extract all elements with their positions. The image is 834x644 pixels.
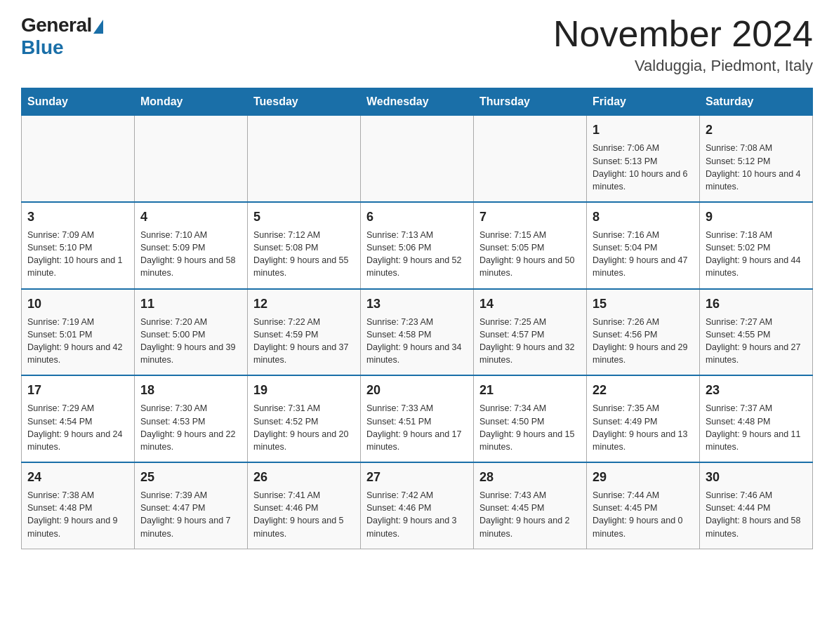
calendar-cell: 30Sunrise: 7:46 AM Sunset: 4:44 PM Dayli… (700, 462, 813, 549)
day-detail: Sunrise: 7:39 AM Sunset: 4:47 PM Dayligh… (140, 489, 241, 540)
weekday-header-sunday: Sunday (22, 88, 135, 116)
calendar-cell: 27Sunrise: 7:42 AM Sunset: 4:46 PM Dayli… (361, 462, 474, 549)
day-detail: Sunrise: 7:31 AM Sunset: 4:52 PM Dayligh… (253, 402, 355, 453)
day-number: 25 (140, 469, 241, 486)
day-number: 9 (706, 208, 807, 226)
weekday-header-thursday: Thursday (474, 88, 587, 116)
day-number: 2 (706, 121, 807, 139)
calendar-week-row: 10Sunrise: 7:19 AM Sunset: 5:01 PM Dayli… (22, 289, 813, 376)
day-detail: Sunrise: 7:20 AM Sunset: 5:00 PM Dayligh… (140, 316, 241, 367)
day-detail: Sunrise: 7:35 AM Sunset: 4:49 PM Dayligh… (593, 402, 694, 453)
day-number: 11 (140, 295, 241, 313)
calendar-week-row: 3Sunrise: 7:09 AM Sunset: 5:10 PM Daylig… (22, 202, 813, 289)
day-detail: Sunrise: 7:30 AM Sunset: 4:53 PM Dayligh… (140, 402, 241, 453)
day-number: 28 (479, 469, 581, 486)
page-header: General Blue November 2024 Valduggia, Pi… (21, 14, 813, 75)
day-detail: Sunrise: 7:18 AM Sunset: 5:02 PM Dayligh… (706, 229, 807, 280)
calendar-cell: 21Sunrise: 7:34 AM Sunset: 4:50 PM Dayli… (474, 375, 587, 462)
day-number: 16 (706, 295, 807, 313)
calendar-table: SundayMondayTuesdayWednesdayThursdayFrid… (21, 88, 813, 549)
day-number: 19 (253, 382, 355, 399)
calendar-cell: 26Sunrise: 7:41 AM Sunset: 4:46 PM Dayli… (248, 462, 361, 549)
calendar-cell: 3Sunrise: 7:09 AM Sunset: 5:10 PM Daylig… (22, 202, 135, 289)
day-detail: Sunrise: 7:29 AM Sunset: 4:54 PM Dayligh… (27, 402, 128, 453)
day-number: 14 (479, 295, 581, 313)
day-detail: Sunrise: 7:23 AM Sunset: 4:58 PM Dayligh… (366, 316, 468, 367)
day-number: 26 (253, 469, 355, 486)
day-detail: Sunrise: 7:43 AM Sunset: 4:45 PM Dayligh… (479, 489, 581, 540)
day-number: 15 (593, 295, 694, 313)
day-detail: Sunrise: 7:44 AM Sunset: 4:45 PM Dayligh… (593, 489, 694, 540)
calendar-cell: 29Sunrise: 7:44 AM Sunset: 4:45 PM Dayli… (587, 462, 700, 549)
calendar-cell: 25Sunrise: 7:39 AM Sunset: 4:47 PM Dayli… (135, 462, 248, 549)
calendar-cell: 24Sunrise: 7:38 AM Sunset: 4:48 PM Dayli… (22, 462, 135, 549)
day-number: 30 (706, 469, 807, 486)
calendar-week-row: 24Sunrise: 7:38 AM Sunset: 4:48 PM Dayli… (22, 462, 813, 549)
weekday-header-saturday: Saturday (700, 88, 813, 116)
day-number: 17 (27, 382, 128, 399)
day-detail: Sunrise: 7:27 AM Sunset: 4:55 PM Dayligh… (706, 316, 807, 367)
calendar-cell: 1Sunrise: 7:06 AM Sunset: 5:13 PM Daylig… (587, 116, 700, 202)
calendar-cell: 22Sunrise: 7:35 AM Sunset: 4:49 PM Dayli… (587, 375, 700, 462)
day-detail: Sunrise: 7:12 AM Sunset: 5:08 PM Dayligh… (253, 229, 355, 280)
calendar-cell (361, 116, 474, 202)
day-detail: Sunrise: 7:16 AM Sunset: 5:04 PM Dayligh… (593, 229, 694, 280)
day-detail: Sunrise: 7:06 AM Sunset: 5:13 PM Dayligh… (593, 142, 694, 193)
logo-general-text: General (21, 14, 92, 36)
calendar-cell (248, 116, 361, 202)
day-detail: Sunrise: 7:19 AM Sunset: 5:01 PM Dayligh… (27, 316, 128, 367)
day-detail: Sunrise: 7:46 AM Sunset: 4:44 PM Dayligh… (706, 489, 807, 540)
calendar-cell: 11Sunrise: 7:20 AM Sunset: 5:00 PM Dayli… (135, 289, 248, 376)
day-number: 20 (366, 382, 468, 399)
day-detail: Sunrise: 7:10 AM Sunset: 5:09 PM Dayligh… (140, 229, 241, 280)
day-detail: Sunrise: 7:15 AM Sunset: 5:05 PM Dayligh… (479, 229, 581, 280)
calendar-cell (22, 116, 135, 202)
day-number: 23 (706, 382, 807, 399)
calendar-week-row: 1Sunrise: 7:06 AM Sunset: 5:13 PM Daylig… (22, 116, 813, 202)
calendar-week-row: 17Sunrise: 7:29 AM Sunset: 4:54 PM Dayli… (22, 375, 813, 462)
day-number: 8 (593, 208, 694, 226)
day-number: 1 (593, 121, 694, 139)
logo-triangle-icon (93, 20, 103, 34)
calendar-cell: 8Sunrise: 7:16 AM Sunset: 5:04 PM Daylig… (587, 202, 700, 289)
weekday-header-wednesday: Wednesday (361, 88, 474, 116)
day-number: 27 (366, 469, 468, 486)
day-number: 22 (593, 382, 694, 399)
day-number: 6 (366, 208, 468, 226)
day-detail: Sunrise: 7:38 AM Sunset: 4:48 PM Dayligh… (27, 489, 128, 540)
day-detail: Sunrise: 7:41 AM Sunset: 4:46 PM Dayligh… (253, 489, 355, 540)
day-number: 29 (593, 469, 694, 486)
weekday-header-tuesday: Tuesday (248, 88, 361, 116)
calendar-cell: 9Sunrise: 7:18 AM Sunset: 5:02 PM Daylig… (700, 202, 813, 289)
calendar-cell: 2Sunrise: 7:08 AM Sunset: 5:12 PM Daylig… (700, 116, 813, 202)
day-detail: Sunrise: 7:09 AM Sunset: 5:10 PM Dayligh… (27, 229, 128, 280)
title-block: November 2024 Valduggia, Piedmont, Italy (553, 14, 813, 75)
day-number: 13 (366, 295, 468, 313)
logo: General Blue (21, 14, 103, 59)
calendar-cell: 4Sunrise: 7:10 AM Sunset: 5:09 PM Daylig… (135, 202, 248, 289)
calendar-cell: 19Sunrise: 7:31 AM Sunset: 4:52 PM Dayli… (248, 375, 361, 462)
calendar-cell: 6Sunrise: 7:13 AM Sunset: 5:06 PM Daylig… (361, 202, 474, 289)
day-detail: Sunrise: 7:08 AM Sunset: 5:12 PM Dayligh… (706, 142, 807, 193)
day-number: 24 (27, 469, 128, 486)
day-detail: Sunrise: 7:34 AM Sunset: 4:50 PM Dayligh… (479, 402, 581, 453)
calendar-location: Valduggia, Piedmont, Italy (553, 57, 813, 75)
day-detail: Sunrise: 7:37 AM Sunset: 4:48 PM Dayligh… (706, 402, 807, 453)
calendar-cell: 5Sunrise: 7:12 AM Sunset: 5:08 PM Daylig… (248, 202, 361, 289)
day-number: 4 (140, 208, 241, 226)
day-detail: Sunrise: 7:22 AM Sunset: 4:59 PM Dayligh… (253, 316, 355, 367)
calendar-cell: 7Sunrise: 7:15 AM Sunset: 5:05 PM Daylig… (474, 202, 587, 289)
calendar-cell: 23Sunrise: 7:37 AM Sunset: 4:48 PM Dayli… (700, 375, 813, 462)
day-number: 5 (253, 208, 355, 226)
day-number: 7 (479, 208, 581, 226)
day-number: 21 (479, 382, 581, 399)
calendar-cell (474, 116, 587, 202)
calendar-cell: 18Sunrise: 7:30 AM Sunset: 4:53 PM Dayli… (135, 375, 248, 462)
day-number: 10 (27, 295, 128, 313)
weekday-header-monday: Monday (135, 88, 248, 116)
day-detail: Sunrise: 7:25 AM Sunset: 4:57 PM Dayligh… (479, 316, 581, 367)
calendar-cell: 28Sunrise: 7:43 AM Sunset: 4:45 PM Dayli… (474, 462, 587, 549)
calendar-cell: 12Sunrise: 7:22 AM Sunset: 4:59 PM Dayli… (248, 289, 361, 376)
calendar-cell (135, 116, 248, 202)
calendar-cell: 20Sunrise: 7:33 AM Sunset: 4:51 PM Dayli… (361, 375, 474, 462)
